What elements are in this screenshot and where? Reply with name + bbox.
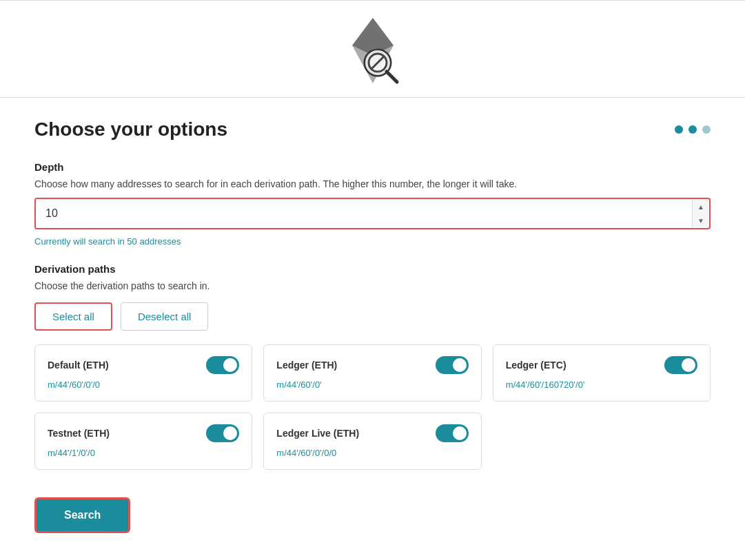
derivation-description: Choose the derivation paths to search in… — [34, 280, 711, 291]
step-dots — [675, 125, 711, 134]
path-card-header-2: Ledger (ETH) — [276, 356, 468, 374]
depth-label: Depth — [34, 161, 711, 173]
path-card-header-4: Testnet (ETH) — [48, 424, 239, 442]
step-dot-3 — [702, 125, 711, 134]
path-grid: Default (ETH) m/44'/60'/0'/0 Ledger (ETH… — [34, 344, 711, 470]
path-card-ledger-etc: Ledger (ETC) m/44'/60'/160720'/0' — [493, 344, 711, 402]
logo-area — [0, 1, 745, 97]
path-card-header-5: Ledger Live (ETH) — [276, 424, 468, 442]
toggle-slider-1 — [206, 356, 239, 374]
path-card-default-eth: Default (ETH) m/44'/60'/0'/0 — [34, 344, 252, 402]
path-name-1: Default (ETH) — [48, 360, 109, 371]
toggle-default-eth[interactable] — [206, 356, 239, 374]
page-title: Choose your options — [34, 118, 227, 141]
page-header: Choose your options — [34, 118, 711, 141]
app-logo-icon — [342, 14, 404, 90]
path-name-3: Ledger (ETC) — [506, 360, 567, 371]
decrement-button[interactable]: ▼ — [693, 214, 709, 227]
select-all-button[interactable]: Select all — [34, 302, 112, 331]
toggle-ledger-etc[interactable] — [664, 356, 697, 374]
path-card-header-1: Default (ETH) — [48, 356, 239, 374]
deselect-all-button[interactable]: Deselect all — [121, 302, 209, 331]
depth-input-wrapper: ▲ ▼ — [34, 198, 711, 229]
path-name-4: Testnet (ETH) — [48, 428, 110, 439]
address-info: Currently will search in 50 addresses — [34, 236, 711, 247]
toggle-slider-2 — [436, 356, 469, 374]
path-card-header-3: Ledger (ETC) — [506, 356, 697, 374]
path-value-1: m/44'/60'/0'/0 — [48, 380, 239, 390]
svg-line-6 — [387, 72, 397, 82]
path-card-testnet-eth: Testnet (ETH) m/44'/1'/0'/0 — [34, 413, 252, 470]
toggle-slider-3 — [664, 356, 697, 374]
toggle-ledger-eth[interactable] — [436, 356, 469, 374]
derivation-label: Derivation paths — [34, 263, 711, 275]
path-value-2: m/44'/60'/0' — [276, 380, 468, 390]
search-button[interactable]: Search — [34, 497, 130, 533]
path-card-ledger-eth: Ledger (ETH) m/44'/60'/0' — [263, 344, 481, 402]
path-card-ledger-live-eth: Ledger Live (ETH) m/44'/60'/0'/0/0 — [263, 413, 481, 470]
derivation-section: Derivation paths Choose the derivation p… — [34, 263, 711, 470]
increment-button[interactable]: ▲ — [693, 200, 709, 214]
select-buttons-group: Select all Deselect all — [34, 302, 711, 331]
toggle-ledger-live-eth[interactable] — [436, 424, 469, 442]
depth-description: Choose how many addresses to search for … — [34, 178, 711, 189]
depth-section: Depth Choose how many addresses to searc… — [34, 161, 711, 247]
path-value-5: m/44'/60'/0'/0/0 — [276, 448, 468, 458]
path-name-2: Ledger (ETH) — [276, 360, 337, 371]
toggle-slider-5 — [436, 424, 469, 442]
spinner-buttons: ▲ ▼ — [692, 200, 709, 227]
main-content: Choose your options Depth Choose how man… — [0, 118, 745, 560]
path-value-4: m/44'/1'/0'/0 — [48, 448, 239, 458]
toggle-testnet-eth[interactable] — [206, 424, 239, 442]
depth-input[interactable] — [36, 199, 692, 228]
bottom-divider — [0, 97, 745, 98]
step-dot-2 — [688, 125, 697, 134]
path-name-5: Ledger Live (ETH) — [276, 428, 359, 439]
toggle-slider-4 — [206, 424, 239, 442]
path-value-3: m/44'/60'/160720'/0' — [506, 380, 697, 390]
svg-marker-7 — [352, 18, 394, 50]
step-dot-1 — [675, 125, 683, 134]
